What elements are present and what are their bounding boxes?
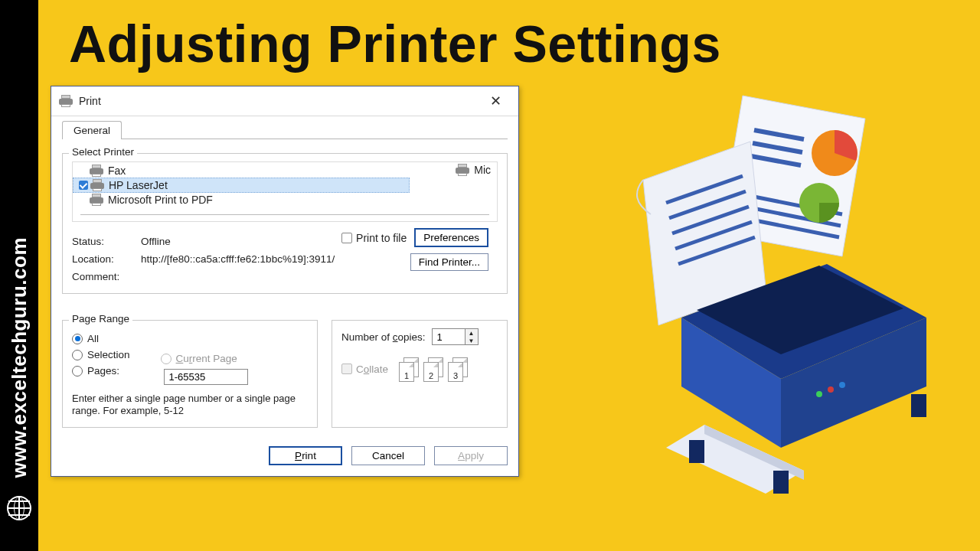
spinner-up-icon[interactable]: ▲ [466,329,478,337]
copies-group: . Number of copies: ▲ ▼ [332,320,508,428]
default-check-icon [79,181,88,190]
print-dialog: Print ✕ General Select Printer Fax Mic [51,86,519,477]
page-range-group: Page Range All Selection Pag [62,320,318,428]
printer-icon [90,165,103,177]
sidebar-url: www.exceltechguru.com [8,237,31,478]
preferences-button[interactable]: Preferences [414,228,488,247]
radio-icon [72,366,83,377]
printer-item-hp[interactable]: HP LaserJet [73,178,410,193]
printer-label: Fax [108,165,126,177]
radio-label: All [87,333,99,344]
printer-info-area: Status: Offline Location: http://[fe80::… [72,222,498,284]
dialog-title: Print [79,95,474,107]
copies-spinner[interactable]: ▲ ▼ [432,328,479,345]
radio-label: Current Page [176,353,237,364]
comment-label: Comment: [72,271,141,282]
svg-point-21 [839,382,845,388]
number-of-copies-label: Number of copies: [341,331,426,343]
printer-label: HP LaserJet [109,179,168,191]
pages-input[interactable] [164,369,248,385]
spinner-down-icon[interactable]: ▼ [466,337,478,344]
radio-selection[interactable]: Selection [72,349,130,360]
svg-rect-24 [689,440,704,463]
cancel-button[interactable]: Cancel [351,446,425,465]
printer-illustration [590,88,949,517]
location-label: Location: [72,253,141,265]
left-sidebar: www.exceltechguru.com [0,0,38,551]
svg-point-19 [816,391,822,397]
svg-point-20 [828,386,834,393]
printer-icon [90,179,104,191]
copies-input[interactable] [433,329,465,344]
page-range-legend: Page Range [69,313,132,324]
printer-list: Fax Mic HP LaserJet [72,161,498,222]
svg-rect-25 [773,471,789,494]
printer-icon [456,164,469,176]
radio-label: Pages: [87,365,119,377]
page-range-help: Enter either a single page number or a s… [72,393,308,418]
radio-label: Selection [87,349,130,360]
tab-strip: General [62,121,508,139]
globe-icon [7,496,31,520]
radio-all[interactable]: All [72,333,130,344]
select-printer-legend: Select Printer [69,146,137,158]
radio-pages[interactable]: Pages: [72,365,130,377]
printer-item-mspdf[interactable]: Microsoft Print to PDF [73,193,497,207]
radio-icon [72,350,83,360]
printer-label: Microsoft Print to PDF [108,194,213,206]
dialog-footer: Print Cancel Apply [51,437,518,476]
radio-current-page: Current Page [161,353,248,364]
svg-rect-26 [911,394,926,417]
collate-label: Collate [356,364,388,375]
print-button[interactable]: Print [269,446,342,465]
tab-general[interactable]: General [62,121,122,139]
page-title: Adjusting Printer Settings [69,14,721,73]
printer-label: Mic [474,164,491,176]
close-button[interactable]: ✕ [480,91,511,111]
status-label: Status: [72,236,141,247]
print-to-file-label: Print to file [356,232,407,244]
printer-item-fax[interactable]: Fax [73,164,497,178]
scrollbar-placeholder[interactable] [80,214,489,215]
collate-graphic: 11 22 33 [399,357,468,380]
printer-icon [59,95,73,107]
printer-item-mic[interactable]: Mic [456,164,491,176]
collate-checkbox: Collate [341,364,388,375]
apply-button: Apply [434,446,508,465]
radio-icon [161,354,172,364]
printer-icon [90,194,103,206]
print-to-file-checkbox[interactable]: Print to file [341,232,407,244]
radio-icon [72,334,83,344]
find-printer-button[interactable]: Find Printer... [410,253,488,271]
dialog-titlebar: Print ✕ [51,86,518,116]
select-printer-group: Select Printer Fax Mic [62,153,508,294]
